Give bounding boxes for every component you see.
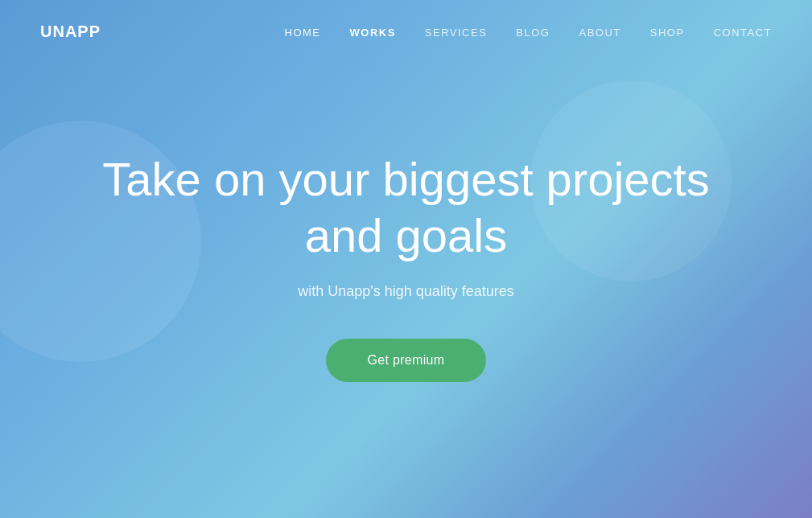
- nav-item-shop[interactable]: SHOP: [650, 25, 685, 39]
- nav-item-works[interactable]: WORKS: [350, 25, 396, 39]
- nav-link-blog[interactable]: BLOG: [516, 27, 550, 39]
- nav-item-blog[interactable]: BLOG: [516, 25, 550, 39]
- hero-subtitle: with Unapp's high quality features: [298, 283, 514, 300]
- nav-link-contact[interactable]: CONTACT: [714, 27, 772, 39]
- logo[interactable]: UNAPP: [40, 23, 101, 41]
- nav-item-about[interactable]: ABOUT: [579, 25, 620, 39]
- hero-section: UNAPP HOME WORKS SERVICES BLOG ABOUT SHO…: [0, 0, 812, 518]
- nav-links: HOME WORKS SERVICES BLOG ABOUT SHOP CONT…: [285, 25, 773, 39]
- nav-link-home[interactable]: HOME: [285, 27, 321, 39]
- hero-title: Take on your biggest projects and goals: [84, 151, 728, 263]
- nav-item-services[interactable]: SERVICES: [425, 25, 488, 39]
- navbar: UNAPP HOME WORKS SERVICES BLOG ABOUT SHO…: [0, 0, 812, 64]
- nav-link-shop[interactable]: SHOP: [650, 27, 685, 39]
- nav-link-services[interactable]: SERVICES: [425, 27, 488, 39]
- hero-content: Take on your biggest projects and goals …: [0, 64, 812, 518]
- nav-item-contact[interactable]: CONTACT: [714, 25, 772, 39]
- nav-item-home[interactable]: HOME: [285, 25, 321, 39]
- nav-link-works[interactable]: WORKS: [350, 27, 396, 39]
- cta-button[interactable]: Get premium: [326, 339, 487, 382]
- nav-link-about[interactable]: ABOUT: [579, 27, 620, 39]
